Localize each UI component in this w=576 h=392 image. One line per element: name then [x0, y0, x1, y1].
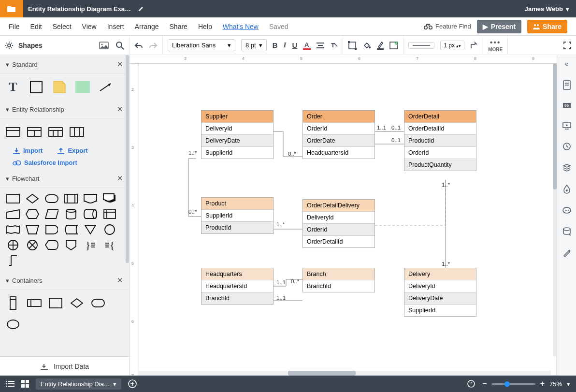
cont-3[interactable]: [48, 296, 63, 310]
clear-format-button[interactable]: T: [330, 42, 338, 49]
section-flowchart-header[interactable]: ▾Flowchart ✕: [0, 169, 129, 188]
er-salesforce[interactable]: Salesforce Import: [13, 159, 77, 166]
menu-share[interactable]: Share: [170, 23, 187, 30]
menu-whatsnew[interactable]: What's New: [223, 23, 259, 30]
entity-supplier[interactable]: Supplier DeliveryId DeliveryDate Supplie…: [201, 110, 274, 159]
section-containers-header[interactable]: ▾Containers ✕: [0, 271, 129, 290]
close-icon[interactable]: ✕: [117, 174, 123, 183]
fc-or[interactable]: [6, 239, 20, 251]
zoom-knob[interactable]: [504, 381, 510, 387]
fc-database[interactable]: [64, 208, 78, 220]
user-menu[interactable]: James Webb ▾: [525, 5, 576, 13]
sync-icon[interactable]: [467, 379, 475, 388]
ruler-vertical[interactable]: 2 3 4 5 6 7: [130, 64, 138, 376]
er-shape-3[interactable]: [48, 125, 63, 139]
fc-sumjunc[interactable]: [25, 239, 40, 251]
fc-data[interactable]: [44, 208, 59, 220]
entity-orderdetaildelivery[interactable]: OrderDetailDelivery DeliveryId OrderId O…: [302, 199, 375, 248]
fc-paper[interactable]: [6, 224, 20, 235]
scrollbar-thumb[interactable]: [553, 64, 557, 189]
shape-text[interactable]: T: [6, 80, 20, 94]
shape-arrow[interactable]: [99, 80, 113, 94]
canvas[interactable]: Supplier DeliveryId DeliveryDate Supplie…: [138, 64, 557, 376]
shape-block[interactable]: [75, 80, 90, 94]
menu-view[interactable]: View: [82, 23, 97, 30]
zoom-value[interactable]: 75%: [549, 380, 562, 388]
bold-button[interactable]: B: [273, 41, 278, 49]
ruler-horizontal[interactable]: 3 4 5 6 7 8 9: [130, 55, 557, 64]
fullscreen-button[interactable]: [563, 42, 571, 49]
fc-intstorage[interactable]: [102, 208, 117, 220]
er-shape-2[interactable]: [27, 125, 42, 139]
cont-6[interactable]: [6, 317, 20, 332]
fc-merge[interactable]: [83, 224, 98, 235]
list-view-icon[interactable]: [6, 380, 14, 387]
er-import[interactable]: Import: [13, 147, 43, 154]
close-icon[interactable]: ✕: [117, 60, 123, 69]
menu-insert[interactable]: Insert: [107, 23, 124, 30]
zoom-slider[interactable]: [492, 383, 535, 385]
zoom-in-button[interactable]: +: [540, 379, 545, 388]
document-title[interactable]: Entity Relationship Diagram Exa…: [23, 5, 131, 13]
section-er-header[interactable]: ▾Entity Relationship ✕: [0, 100, 129, 119]
fc-manualin[interactable]: [6, 208, 20, 220]
canvas-scrollbar-v[interactable]: [553, 64, 557, 356]
fc-connector[interactable]: [102, 224, 117, 235]
menu-select[interactable]: Select: [53, 23, 72, 30]
shape-rect-button[interactable]: [348, 41, 357, 50]
pencil-icon[interactable]: [138, 5, 144, 12]
menu-file[interactable]: File: [9, 23, 20, 30]
menu-help[interactable]: Help: [198, 23, 212, 30]
textcolor-button[interactable]: A: [303, 41, 311, 50]
fc-note[interactable]: [6, 255, 20, 266]
share-button[interactable]: Share: [527, 20, 567, 33]
entity-orderdetail[interactable]: OrderDetail OrderDetailId ProductId Orde…: [404, 110, 476, 171]
line-style-select[interactable]: [408, 42, 434, 49]
close-icon[interactable]: ✕: [117, 105, 123, 114]
grid-view-icon[interactable]: [21, 380, 29, 388]
close-icon[interactable]: ✕: [117, 276, 123, 285]
dock-comments-icon[interactable]: 99: [562, 102, 571, 109]
shapes-label[interactable]: Shapes: [18, 42, 43, 49]
import-data-button[interactable]: Import Data: [0, 356, 129, 376]
entity-order[interactable]: Order OrderId OrderDate HeadquartersId: [302, 110, 375, 159]
er-shape-1[interactable]: [6, 125, 20, 139]
redo-button[interactable]: [149, 42, 158, 49]
fc-terminator[interactable]: [44, 193, 59, 204]
fc-predef[interactable]: [64, 193, 78, 204]
fc-storeddata[interactable]: [64, 224, 78, 235]
italic-button[interactable]: I: [284, 41, 287, 49]
underline-button[interactable]: U: [292, 41, 297, 49]
entity-headquarters[interactable]: Headquarters HeadquartersId BranchId: [201, 268, 274, 305]
search-icon[interactable]: [115, 41, 124, 50]
dock-page-icon[interactable]: [562, 80, 571, 90]
dock-history-icon[interactable]: [562, 142, 571, 151]
cont-2[interactable]: [27, 296, 42, 310]
fc-process[interactable]: [6, 193, 20, 204]
menu-arrange[interactable]: Arrange: [135, 23, 159, 30]
dock-chat-icon[interactable]: [562, 207, 571, 215]
dock-layers-icon[interactable]: [562, 163, 571, 172]
cont-1[interactable]: [6, 296, 20, 310]
line-routing-button[interactable]: [470, 42, 478, 49]
fc-delay[interactable]: [44, 224, 59, 235]
folder-icon[interactable]: [0, 0, 23, 17]
scrollbar-thumb[interactable]: [288, 371, 356, 376]
fc-decision[interactable]: [25, 193, 40, 204]
add-page-button[interactable]: [128, 379, 137, 388]
fc-manualop[interactable]: [25, 224, 40, 235]
feature-find[interactable]: Feature Find: [424, 23, 471, 30]
fc-prep[interactable]: [25, 208, 40, 220]
fc-brace-r[interactable]: }: [83, 239, 98, 251]
canvas-scrollbar-h[interactable]: [138, 371, 551, 376]
align-button[interactable]: [317, 42, 324, 49]
fc-brace-l[interactable]: {: [102, 239, 117, 251]
fill-button[interactable]: [362, 42, 371, 49]
dock-data-icon[interactable]: [562, 227, 571, 236]
zoom-out-button[interactable]: −: [482, 379, 487, 388]
present-button[interactable]: ▶ Present: [477, 20, 521, 33]
entity-branch[interactable]: Branch BranchId: [302, 268, 375, 292]
fc-directdata[interactable]: [83, 208, 98, 220]
cont-5[interactable]: [91, 296, 105, 310]
entity-delivery[interactable]: Delivery DeliveryId DeliveryDate Supplie…: [404, 268, 476, 317]
